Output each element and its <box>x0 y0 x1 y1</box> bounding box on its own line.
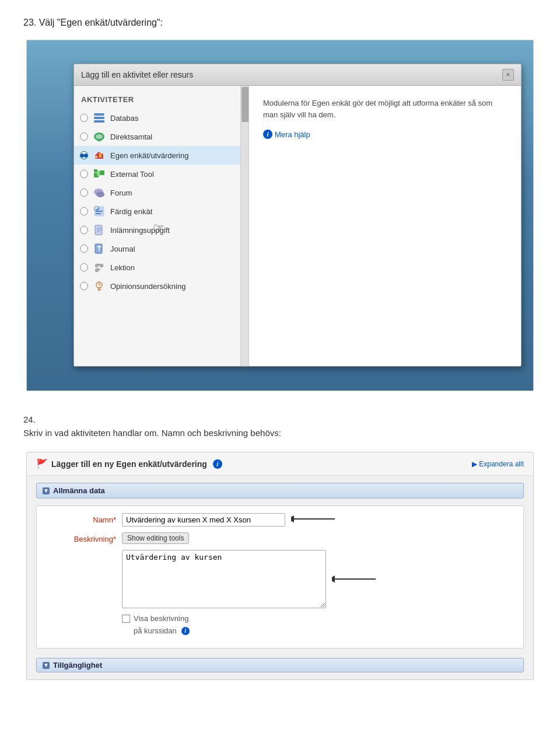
step-23-heading: 23. Välj "Egen enkät/utvärdering": <box>23 18 537 28</box>
lektion-label: Lektion <box>110 263 135 272</box>
visa-beskrivning-label: Visa beskrivning <box>134 614 188 623</box>
radio-opinion[interactable] <box>80 282 88 290</box>
list-item[interactable]: External Tool <box>74 165 249 183</box>
expandera-label: ▶ Expandera allt <box>472 460 524 468</box>
scrollbar-thumb[interactable] <box>242 87 249 122</box>
svg-point-9 <box>95 156 97 158</box>
arrow-svg-namn <box>291 513 338 525</box>
svg-rect-13 <box>94 169 97 172</box>
fardig-enkat-icon <box>93 205 106 218</box>
mera-hjalp-link[interactable]: i Mera hjälp <box>263 130 507 139</box>
databas-icon <box>93 111 106 124</box>
journal-label: Journal <box>110 245 135 253</box>
textarea-row: Utvärdering av kursen <box>122 550 379 608</box>
list-item[interactable]: Färdig enkät <box>74 202 249 221</box>
namn-control <box>122 513 514 527</box>
dialog-left-panel: AKTIVITETER Databas <box>74 86 249 366</box>
dialog-close-button[interactable]: × <box>502 69 514 81</box>
scrollbar[interactable] <box>240 86 249 366</box>
list-item[interactable]: Opinionsundersökning <box>74 277 249 295</box>
visa-beskrivning-checkbox[interactable] <box>122 615 130 623</box>
list-item[interactable]: Lektion <box>74 258 249 277</box>
step-24-number: 24. <box>23 414 537 424</box>
beskrivning-label: Beskrivning <box>46 532 122 543</box>
svg-rect-1 <box>94 117 104 119</box>
show-editing-button[interactable]: Show editing tools <box>122 532 189 544</box>
list-item[interactable]: Databas <box>74 109 249 127</box>
egen-enkat-icon <box>93 149 106 162</box>
list-item[interactable]: Forum <box>74 183 249 202</box>
section-tillganglighet-header[interactable]: ▼ Tillgänglighet <box>36 658 524 672</box>
lektion-icon <box>93 261 106 274</box>
namn-input[interactable] <box>122 513 285 527</box>
direktsamtal-label: Direktsamtal <box>110 133 152 141</box>
svg-rect-29 <box>98 264 100 265</box>
section-allman-header[interactable]: ▼ Allmänna data <box>36 483 524 499</box>
radio-journal[interactable] <box>80 245 88 253</box>
external-tool-icon <box>93 168 106 180</box>
svg-rect-8 <box>99 153 102 158</box>
inlamning-icon <box>93 224 106 236</box>
egen-enkat-label: Egen enkät/utvärdering <box>110 151 188 160</box>
external-tool-label: External Tool <box>110 170 154 179</box>
dialog-right-panel: Modulerna för Egen enkät gör det möjligt… <box>249 86 521 366</box>
databas-label: Databas <box>110 114 138 123</box>
beskrivning-textarea[interactable]: Utvärdering av kursen <box>122 550 326 608</box>
aktiviteter-heading: AKTIVITETER <box>74 93 249 109</box>
dialog-background: Lägg till en aktivitet eller resurs × AK… <box>27 40 533 391</box>
svg-point-15 <box>96 191 104 197</box>
opinion-label: Opinionsundersökning <box>110 282 186 291</box>
fardig-enkat-label: Färdig enkät <box>110 207 152 216</box>
section-tillganglighet-label: Tillgänglighet <box>53 661 102 670</box>
collapse-icon-2[interactable]: ▼ <box>43 662 50 669</box>
forum-icon <box>93 186 106 199</box>
radio-inlamning[interactable] <box>80 226 88 234</box>
step-24: 24. Skriv in vad aktiviteten handlar om.… <box>23 414 537 438</box>
pa-kurssidan-label: på kurssidan <box>134 626 177 635</box>
list-item[interactable]: Journal <box>74 239 249 258</box>
dialog-title: Lägg till en aktivitet eller resurs <box>81 70 193 79</box>
inlamning-label: Inlämningsuppgift <box>110 226 170 235</box>
visa-beskrivning-row-inner: Visa beskrivning <box>122 614 190 623</box>
list-item[interactable]: Egen enkät/utvärdering <box>74 146 249 165</box>
section-allman-label: Allmänna data <box>53 486 105 495</box>
svg-point-4 <box>96 134 103 139</box>
svg-rect-31 <box>98 269 100 270</box>
form-body: ▼ Allmänna data Namn <box>27 476 533 679</box>
arrow-indicator-desc <box>332 573 379 585</box>
radio-egen-enkat[interactable] <box>80 151 88 159</box>
radio-forum[interactable] <box>80 189 88 197</box>
radio-external-tool[interactable] <box>80 170 88 178</box>
activity-dialog: Lägg till en aktivitet eller resurs × AK… <box>74 64 522 367</box>
pa-kurssidan-help-icon[interactable]: i <box>181 627 190 635</box>
opinion-icon <box>93 280 106 292</box>
direktsamtal-icon <box>93 130 106 143</box>
beskrivning-row: Beskrivning Show editing tools Utvärderi… <box>46 532 514 608</box>
list-item[interactable]: Inlämningsuppgift <box>74 221 249 239</box>
collapse-icon[interactable]: ▼ <box>43 487 50 494</box>
svg-rect-2 <box>94 120 104 123</box>
flag-icon: 🚩 <box>36 458 48 469</box>
forum-label: Forum <box>110 189 132 197</box>
radio-databas[interactable] <box>80 114 88 122</box>
form-title: Lägger till en ny Egen enkät/utvärdering <box>51 459 207 469</box>
radio-fardig-enkat[interactable] <box>80 207 88 215</box>
expandera-link[interactable]: ▶ Expandera allt <box>472 460 524 468</box>
svg-rect-11 <box>100 170 104 175</box>
journal-icon <box>93 242 106 255</box>
section-allman-body: Namn <box>36 506 524 649</box>
screenshot-2: 🚩 Lägger till en ny Egen enkät/utvärderi… <box>26 452 534 680</box>
form-help-icon[interactable]: i <box>213 459 222 469</box>
info-icon: i <box>263 130 272 139</box>
svg-rect-19 <box>96 213 101 214</box>
svg-rect-25 <box>95 244 102 253</box>
namn-row: Namn <box>46 513 514 527</box>
form-header: 🚩 Lägger till en ny Egen enkät/utvärderi… <box>27 452 533 476</box>
namn-label: Namn <box>46 513 122 524</box>
radio-lektion[interactable] <box>80 263 88 271</box>
mera-hjalp-label: Mera hjälp <box>275 130 310 139</box>
radio-direktsamtal[interactable] <box>80 133 88 141</box>
list-item[interactable]: Direktsamtal <box>74 127 249 146</box>
screenshot-1: Lägg till en aktivitet eller resurs × AK… <box>26 40 534 391</box>
textarea-wrapper: Show editing tools Utvärdering av kursen <box>122 532 379 608</box>
